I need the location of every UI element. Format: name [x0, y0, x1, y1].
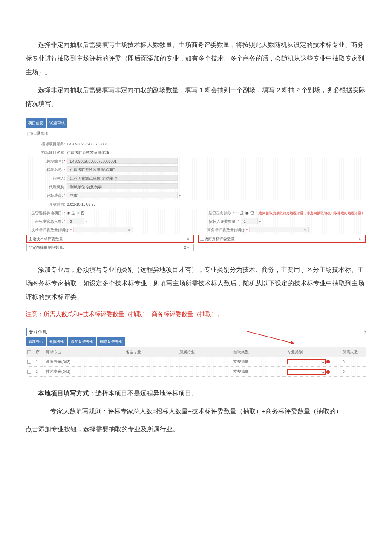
btn-add-major[interactable]: 添加专业	[26, 337, 46, 346]
th-type: 抽取类型	[232, 347, 285, 357]
cell-need[interactable]: 0	[341, 357, 366, 366]
label-main-tech-count: 主场技术标评委数量:	[29, 235, 71, 242]
paragraph-nondirect-sub: 选择非定向抽取后需要填写非定向抽取的副场数量，填写 1 即会抽到一个副场，填写 …	[26, 84, 366, 111]
major-table: 序 评标专业 备选专业 所属行业 抽取类型 专业类别 所需人数 1 商务专家(D…	[26, 347, 366, 377]
tab-exam-review[interactable]: 试题审核	[47, 118, 67, 128]
close-icon[interactable]: ×	[187, 245, 189, 250]
select-category[interactable]	[287, 369, 326, 375]
value-main-tech-count: 1	[184, 237, 186, 241]
label-is-remote: 是否远程异地项目: *	[26, 209, 67, 216]
label-proj-name: 招标项目名称:	[26, 149, 67, 156]
directed-hint: （定向抽取为抽取特定地区评委，非定向抽取随机抽取非定向地区评委）	[256, 211, 365, 215]
input-owner[interactable]: 江苏国泰测试单位(勿动单位)	[67, 175, 178, 181]
tab-project-info[interactable]: 项目信息	[26, 118, 46, 128]
chevron-down-icon: ▾	[258, 218, 262, 225]
checkbox-row[interactable]	[27, 360, 31, 364]
btn-del-major[interactable]: 删除专业	[47, 337, 67, 346]
section-title-major: 专业信息 ⟳	[26, 328, 366, 337]
paragraph-local-project: 本地项目填写方式：选择本项目不是远程异地评标项目。	[26, 387, 366, 401]
close-icon[interactable]: ×	[359, 237, 361, 241]
required-dot-icon	[326, 370, 330, 374]
value-proj-name: 住建级联系统签章测试项目	[67, 149, 366, 156]
box-sub-count: 非定向抽取副场数量: 2 ×	[26, 244, 194, 251]
label-open-time: 开标时间:	[26, 201, 67, 208]
radio-is-remote[interactable]: ◉ 是 ○ 否	[67, 209, 190, 216]
checkbox-all[interactable]	[27, 350, 31, 354]
svg-line-0	[247, 331, 294, 343]
btn-del-backup[interactable]: 删除备选专业	[97, 337, 125, 346]
value-main-biz-count: 1	[356, 237, 358, 241]
form-area: 招标项目编号: E4509002802003738001 招标项目名称: 住建级…	[26, 138, 366, 253]
select-total-experts[interactable]: 5	[67, 218, 84, 224]
radio-is-directed[interactable]: ○ 是 ◉ 否 （定向抽取为抽取特定地区评委，非定向抽取随机抽取非定向地区评委）	[236, 209, 366, 216]
input-bid-name[interactable]: 住建级联系统签章测试项目	[67, 166, 178, 172]
table-row: 1 商务专家(D03) 常规抽取 0	[26, 357, 366, 366]
box-main-biz-count: 主场商务标评委数量: 1 ×	[198, 235, 366, 243]
label-owner-rep-count: 招标人评委数量: *	[202, 218, 241, 225]
refresh-icon[interactable]: ⟳	[363, 328, 366, 337]
input-bid-code[interactable]: E4509002803003738001001	[67, 158, 178, 164]
major-buttons: 添加专业 删除专业 添加备选专业 删除备选专业	[26, 337, 366, 346]
label-eval-addr: 评标地点: *	[26, 192, 67, 199]
paragraph-click-add: 点击添加专业按钮，选择需要抽取的专业及所属行业。	[26, 423, 366, 436]
cell-type: 常规抽取	[232, 357, 285, 366]
input-tech-count[interactable]: 3	[73, 227, 133, 232]
label-sub-count: 非定向抽取副场数量:	[29, 244, 71, 251]
label-main-biz-count: 主场商务标评委数量:	[200, 235, 243, 242]
box-main-tech-count: 主场技术标评委数量: 1 ×	[26, 235, 194, 243]
label-proj-code: 招标项目编号:	[26, 141, 67, 148]
required-dot-icon	[326, 360, 330, 363]
form-screenshot-1: 项目信息 试题审核 | 项目通知 3 招标项目编号: E450900280200…	[26, 118, 366, 253]
chevron-down-icon: ▾	[84, 218, 88, 225]
note-red-sum: 注意：所需人数总和=技术标评委数量（抽取）+商务标评委数量（抽取）。	[26, 308, 366, 320]
cell-zy: 技术专家(D01)	[44, 366, 124, 376]
select-owner-rep-count[interactable]: 1	[241, 218, 258, 224]
label-owner: 招标人:	[26, 175, 67, 182]
bold-local-label: 本地项目填写方式：	[38, 390, 95, 397]
cell-need[interactable]: 0	[341, 366, 366, 376]
btn-add-backup[interactable]: 添加备选专业	[68, 337, 96, 346]
select-category[interactable]	[287, 359, 326, 364]
label-is-directed: 是否定向抽取: *	[202, 209, 236, 216]
th-idx: 序	[34, 347, 44, 357]
paragraph-nondirect-main: 选择非定向抽取后需要填写主场技术标人数数量、主场商务评委数量，将按照此人数随机从…	[26, 38, 366, 79]
th-need: 所需人数	[341, 347, 366, 357]
input-biz-count[interactable]: 1	[249, 227, 309, 232]
checkbox-row[interactable]	[27, 370, 31, 374]
th-backup: 备选专业	[124, 347, 178, 357]
value-open-time: 2022-10-13 09:25	[67, 201, 366, 208]
cell-idx: 1	[34, 357, 44, 366]
th-zy: 评标专业	[44, 347, 124, 357]
value-sub-count: 2	[184, 245, 186, 250]
paragraph-after-add-major: 添加专业后，必须填写专业的类别（远程异地项目才有），专业类别分为技术、商务，主要…	[26, 263, 366, 304]
label-agency: 代理机构:	[26, 183, 67, 190]
value-proj-code: E4509002802003738001	[67, 141, 366, 148]
close-icon[interactable]: ×	[187, 237, 189, 241]
form-screenshot-2: 专业信息 ⟳ 添加专业 删除专业 添加备选专业 删除备选专业 序 评标专业 备选…	[26, 328, 366, 377]
cell-idx: 2	[34, 366, 44, 376]
project-notice: | 项目通知 3	[26, 129, 366, 138]
input-agency[interactable]: 测试单位-勿删勿动	[67, 183, 178, 189]
select-eval-addr[interactable]: 本市	[67, 192, 178, 198]
label-bid-code: 标段编号: *	[26, 158, 67, 165]
cell-zy: 商务专家(D03)	[44, 357, 124, 366]
label-biz-count: 商务标评委数量(抽取): *	[202, 227, 249, 233]
label-total-experts: 评标专家总人数: *	[26, 218, 67, 225]
table-row: 2 技术专家(D01) 常规抽取 0	[26, 366, 366, 376]
cell-type: 常规抽取	[232, 366, 285, 376]
label-bid-name: 标段名称: *	[26, 166, 67, 173]
tabs: 项目信息 试题审核	[26, 118, 366, 128]
paragraph-expert-rule: 专家人数填写规则：评标专家总人数=招标人数量+技术标评委数量（抽取）+商务标评委…	[38, 405, 366, 418]
th-category: 专业类别	[285, 347, 341, 357]
chevron-down-icon: ▾	[178, 192, 182, 199]
th-industry: 所属行业	[178, 347, 231, 357]
label-tech-count: 技术标评委数量(抽取): *	[26, 227, 73, 233]
